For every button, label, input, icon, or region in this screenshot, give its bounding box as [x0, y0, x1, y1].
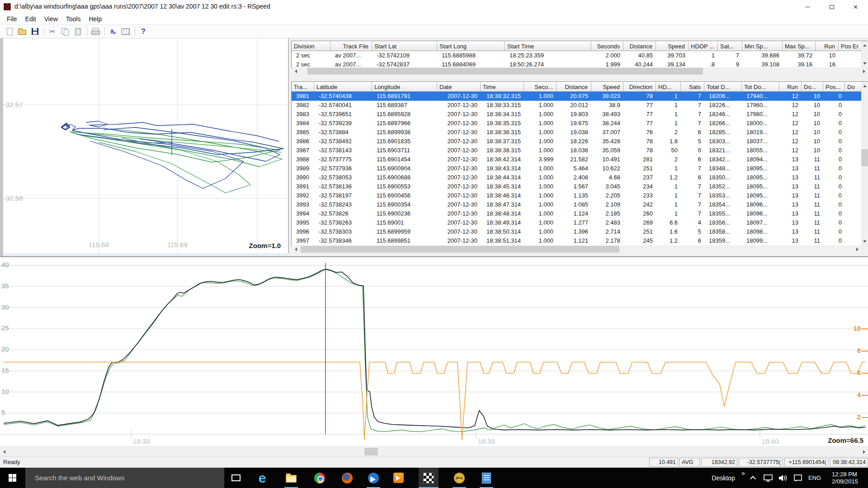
- table-row[interactable]: 3989-32.5737936115.69009042007-12-3018:3…: [292, 164, 861, 173]
- desktop-toolbar[interactable]: Desktop: [709, 468, 738, 488]
- chart-hscrollbar[interactable]: [0, 446, 868, 457]
- scroll-right-button[interactable]: [860, 67, 868, 75]
- table-row[interactable]: 3988-32.5737775115.69014542007-12-3018:3…: [292, 155, 861, 164]
- open-file-button[interactable]: [16, 26, 28, 37]
- column-header-direction[interactable]: Direction: [623, 82, 656, 92]
- scroll-thumb[interactable]: [301, 246, 619, 253]
- table-row[interactable]: 3985-32.573884115.68999382007-12-3018:38…: [292, 128, 861, 137]
- scroll-thumb[interactable]: [307, 68, 703, 75]
- task-view-button[interactable]: [226, 468, 246, 488]
- column-header-speed[interactable]: Speed: [656, 41, 689, 51]
- table-row[interactable]: 2 secav 2007...-32.5742837115.688406918:…: [292, 60, 861, 67]
- column-header-pos-er[interactable]: Pos Er: [839, 41, 861, 51]
- column-header-min-sp[interactable]: Min Sp...: [742, 41, 783, 51]
- column-header-tra[interactable]: Tra...: [292, 82, 314, 92]
- table-row[interactable]: 2 secav 2007...-32.5742109115.688598818:…: [292, 51, 861, 60]
- network-button[interactable]: [761, 468, 775, 488]
- map-splitter[interactable]: [0, 38, 3, 256]
- close-button[interactable]: [844, 0, 868, 14]
- chrome-button[interactable]: [310, 468, 330, 488]
- document-app-button[interactable]: [476, 468, 496, 488]
- copy-button[interactable]: [59, 26, 71, 37]
- taskbar-search-input[interactable]: Search the web and Windows: [25, 468, 224, 488]
- menu-edit[interactable]: Edit: [21, 14, 40, 23]
- column-header-start-long[interactable]: Start Long: [437, 41, 505, 51]
- table-row[interactable]: 3986-32.5738492115.69018352007-12-3018:3…: [292, 137, 861, 146]
- column-header-start-lat[interactable]: Start Lat: [372, 41, 437, 51]
- grid-view-button[interactable]: [120, 26, 132, 37]
- column-header-max-sp[interactable]: Max Sp...: [783, 41, 816, 51]
- table-row[interactable]: 3991-32.5738136115.69005532007-12-3018:3…: [292, 182, 861, 191]
- column-header-hd[interactable]: HD...: [656, 82, 681, 92]
- scroll-up-button[interactable]: [861, 82, 868, 89]
- cut-button[interactable]: [47, 26, 58, 37]
- table-row[interactable]: 3984-32.5739239115.68979662007-12-3018:3…: [292, 119, 861, 128]
- speed-time-chart[interactable]: [0, 258, 868, 446]
- rspeed-taskbar-button[interactable]: [419, 468, 439, 488]
- column-header-longitude[interactable]: Longitude: [372, 82, 437, 92]
- column-header-track-file[interactable]: Track File: [330, 41, 372, 51]
- gps-track-map[interactable]: [3, 38, 289, 256]
- table-row[interactable]: 3997-32.5738346115.68998512007-12-3018:3…: [292, 236, 861, 245]
- taskbar-clock[interactable]: 12:28 PM2/09/2015: [826, 468, 864, 488]
- summary-vscrollbar[interactable]: [861, 41, 868, 67]
- menu-view[interactable]: View: [40, 14, 62, 23]
- column-header-hdop[interactable]: HDOP ...: [689, 41, 718, 51]
- scroll-down-button[interactable]: [861, 238, 868, 245]
- column-header-tot-do[interactable]: Tot Do...: [742, 82, 779, 92]
- file-explorer-button[interactable]: [281, 468, 301, 488]
- volume-button[interactable]: [776, 468, 790, 488]
- scroll-left-button[interactable]: [292, 245, 299, 253]
- maximize-button[interactable]: [820, 0, 844, 14]
- column-header-do[interactable]: Do...: [802, 82, 823, 92]
- menu-tools[interactable]: Tools: [62, 14, 85, 23]
- column-header-distance[interactable]: Distance: [623, 41, 656, 51]
- menu-help[interactable]: Help: [85, 14, 106, 23]
- column-header-run[interactable]: Run: [816, 41, 839, 51]
- hidden-icons-button[interactable]: [747, 468, 758, 488]
- language-indicator[interactable]: ENG: [807, 468, 823, 488]
- table-row[interactable]: 3993-32.5738243115.69003542007-12-3018:3…: [292, 200, 861, 209]
- column-header-sats[interactable]: Sats: [681, 82, 704, 92]
- scroll-left-button[interactable]: [292, 67, 299, 75]
- scroll-thumb[interactable]: [861, 149, 868, 166]
- help-button[interactable]: [137, 26, 149, 37]
- table-row[interactable]: 3990-32.5738053115.69006882007-12-3018:3…: [292, 173, 861, 182]
- scroll-right-button[interactable]: [854, 245, 861, 253]
- summary-hscrollbar[interactable]: [292, 67, 868, 75]
- app-icon-checkered-flag[interactable]: [4, 3, 11, 10]
- scroll-up-button[interactable]: [861, 41, 868, 49]
- points-vscrollbar[interactable]: [861, 82, 868, 245]
- points-hscrollbar[interactable]: [292, 245, 861, 253]
- paste-button[interactable]: [72, 26, 84, 37]
- column-header-do[interactable]: Do: [845, 82, 861, 92]
- column-header-start-time[interactable]: Start Time: [505, 41, 591, 51]
- table-row[interactable]: 3981-32.5740438115.68917912007-12-3018:3…: [292, 92, 861, 101]
- column-header-pos[interactable]: Pos...: [823, 82, 845, 92]
- action-center-button[interactable]: [791, 468, 805, 488]
- column-header-speed[interactable]: Speed: [591, 82, 623, 92]
- column-header-total-d[interactable]: Total D...: [704, 82, 742, 92]
- column-header-division[interactable]: Division: [292, 41, 330, 51]
- sort-button[interactable]: [107, 26, 119, 37]
- column-header-time[interactable]: Time: [481, 82, 524, 92]
- menu-file[interactable]: File: [3, 14, 21, 23]
- thunderbird-button[interactable]: [363, 468, 383, 488]
- column-header-date[interactable]: Date: [437, 82, 481, 92]
- scroll-left-button[interactable]: [0, 448, 8, 455]
- column-header-sat[interactable]: Sat...: [718, 41, 742, 51]
- firefox-button[interactable]: [337, 468, 357, 488]
- media-player-button[interactable]: [388, 468, 408, 488]
- print-button[interactable]: [90, 26, 101, 37]
- start-button[interactable]: [0, 468, 25, 488]
- table-row[interactable]: 3987-32.5738143115.69037112007-12-3018:3…: [292, 146, 861, 155]
- scroll-right-button[interactable]: [860, 448, 868, 455]
- toolbar-overflow-chevron[interactable]: »: [740, 468, 747, 479]
- table-row[interactable]: 3996-32.5738303115.68999592007-12-3018:3…: [292, 227, 861, 236]
- table-row[interactable]: 3982-32.5740041115.6893872007-12-3018:38…: [292, 101, 861, 110]
- column-header-seco[interactable]: Seco...: [524, 82, 557, 92]
- table-row[interactable]: 3983-32.5739651115.68959282007-12-3018:3…: [292, 110, 861, 119]
- table-row[interactable]: 3995-32.5738263115.690012007-12-3018:38:…: [292, 218, 861, 227]
- column-header-run[interactable]: Run: [779, 82, 802, 92]
- ipa-button[interactable]: IPA: [449, 468, 469, 488]
